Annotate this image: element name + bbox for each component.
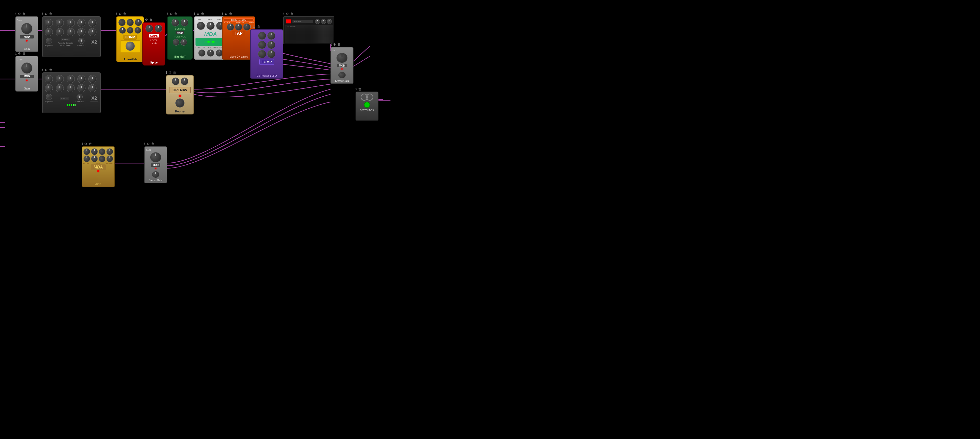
jx10-knob4[interactable] [107,148,113,155]
gear-icon[interactable]: ⚙ [45,68,48,72]
info-icon[interactable]: ℹ [250,25,251,29]
trash-icon[interactable]: 🗑 [229,12,232,16]
stereogain1-knob[interactable] [336,53,348,63]
info-icon[interactable]: ℹ [15,51,17,55]
csphaser-knob1[interactable] [258,32,266,40]
eq2-knob-2[interactable] [56,75,64,83]
eq2-knob-5[interactable] [88,75,97,83]
csphaser-knob5[interactable] [258,50,266,58]
stereogain1-knob2[interactable] [338,71,346,79]
info-icon[interactable]: ℹ [222,12,223,16]
gear-icon[interactable]: ⚙ [45,12,48,16]
trash-icon[interactable]: 🗑 [49,12,52,16]
trash-icon[interactable]: 🗑 [337,43,341,46]
roomy-main-knob[interactable] [175,98,185,108]
autowah-knob2[interactable] [127,19,134,26]
eq1-knob-5[interactable] [88,19,97,27]
gear-icon[interactable]: ⚙ [253,25,256,29]
eq1-knob-4[interactable] [77,19,86,27]
info-icon[interactable]: ℹ [283,12,285,16]
info-icon[interactable]: ℹ [144,142,145,146]
gear-icon[interactable]: ⚙ [333,43,336,46]
bigmuff-knob3[interactable] [173,39,180,46]
gxcabinet-selector[interactable]: Resistor [293,20,313,23]
autowah-knob6[interactable] [135,27,141,34]
mda-knob1[interactable] [197,22,205,30]
trash-icon[interactable]: 🗑 [257,25,260,29]
gxcabinet-knob3[interactable] [327,19,332,24]
eq2-lowpass-knob[interactable] [76,94,83,100]
eq2-lowpass[interactable] [46,94,52,100]
stereogain2-knob[interactable] [150,152,161,162]
autowah-main-knob[interactable] [126,41,135,51]
eq1-knob-6[interactable] [45,28,53,36]
gain1-knob[interactable] [21,23,32,34]
bigmuff-knob2[interactable] [181,19,188,27]
autowah-knob4[interactable] [119,27,126,34]
eq1-lowpass[interactable] [46,38,52,44]
gear-icon[interactable]: ⚙ [18,51,21,55]
gear-icon[interactable]: ⚙ [169,71,172,74]
eq2-knob-3[interactable] [67,75,75,83]
eq1-knob-8[interactable] [67,28,75,36]
mda-knob2[interactable] [207,22,215,30]
eq2-knob-6[interactable] [45,84,53,92]
trash-icon[interactable]: 🗑 [358,87,361,91]
gear-icon[interactable]: ⚙ [18,12,21,16]
gxcabinet-knob1[interactable] [315,19,320,24]
eq1-knob-2[interactable] [56,19,64,27]
jx10-knob2[interactable] [91,148,98,155]
spice-knob2[interactable] [155,25,162,32]
eq2-knob-8[interactable] [67,84,75,92]
spice-knob1[interactable] [145,25,153,32]
info-icon[interactable]: ℹ [142,18,144,22]
stereogain2-knob2[interactable] [152,171,159,178]
mda-knob5[interactable] [207,49,214,57]
csphaser-knob2[interactable] [267,32,275,40]
gear-icon[interactable]: ⚙ [145,18,148,22]
trash-icon[interactable]: 🗑 [123,12,126,16]
bigmuff-knob1[interactable] [172,19,179,27]
trash-icon[interactable]: 🗑 [22,51,25,55]
trash-icon[interactable]: 🗑 [49,68,52,72]
roomy-knob1[interactable] [172,78,180,85]
jx10-knob3[interactable] [99,148,105,155]
trash-icon[interactable]: 🗑 [201,12,204,16]
info-icon[interactable]: ℹ [82,142,83,146]
trash-icon[interactable]: 🗑 [151,142,154,146]
autowah-knob1[interactable] [118,19,126,26]
trash-icon[interactable]: 🗑 [22,12,25,16]
trash-icon[interactable]: 🗑 [174,12,177,16]
csphaser-knob4[interactable] [267,41,275,49]
eq1-lowpass-knob[interactable] [78,38,84,44]
eq1-knob-3[interactable] [67,19,75,27]
gear-icon[interactable]: ⚙ [84,142,87,146]
autowah-knob3[interactable] [135,19,142,26]
jx10-knob8[interactable] [107,155,113,162]
mda-knob6[interactable] [216,49,223,57]
info-icon[interactable]: ℹ [355,87,357,91]
trash-icon[interactable]: 🗑 [89,142,92,146]
eq1-knob-7[interactable] [56,28,64,36]
jx10-knob1[interactable] [83,148,90,155]
info-icon[interactable]: ℹ [167,12,169,16]
trash-icon[interactable]: 🗑 [149,18,153,22]
md-knob1[interactable] [227,24,234,30]
eq2-knob-9[interactable] [77,84,86,92]
eq2-knob-1[interactable] [45,75,53,83]
gxcabinet-knob2[interactable] [321,19,326,24]
gear-icon[interactable]: ⚙ [119,12,122,16]
bigmuff-knob4[interactable] [180,39,187,46]
info-icon[interactable]: ℹ [194,12,195,16]
info-icon[interactable]: ℹ [331,43,332,46]
csphaser-knob6[interactable] [267,50,275,58]
jx10-knob5[interactable] [83,155,90,162]
eq1-knob-1[interactable] [45,19,53,27]
trash-icon[interactable]: 🗑 [290,12,293,16]
gear-icon[interactable]: ⚙ [224,12,228,16]
mda-knob4[interactable] [198,49,205,57]
eq2-knob-4[interactable] [77,75,86,83]
gear-icon[interactable]: ⚙ [197,12,200,16]
info-icon[interactable]: ℹ [42,12,43,16]
switchbox-green-knob[interactable] [364,102,370,108]
